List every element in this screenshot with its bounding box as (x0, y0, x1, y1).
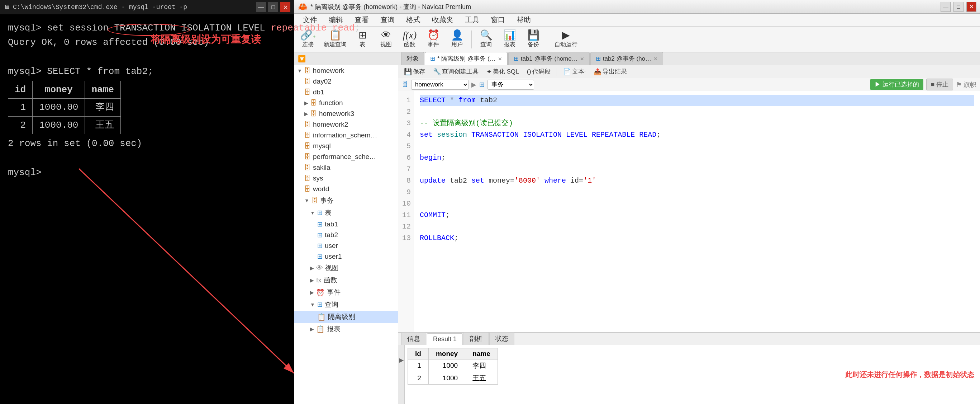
menu-window[interactable]: 窗口 (486, 14, 510, 26)
menu-favorites[interactable]: 收藏夹 (427, 14, 458, 26)
sidebar-item-query-folder[interactable]: ▼ ⊞ 查询 (294, 299, 398, 311)
sidebar-item-isolation[interactable]: 📋 隔离级别 (294, 311, 398, 323)
cmd-cell-id1: 1 (8, 99, 33, 116)
toolbar-backup-button[interactable]: 💾 备份 (523, 29, 544, 50)
tab-tab2-close[interactable]: ✕ (654, 56, 658, 62)
sidebar-item-homework2[interactable]: 🗄 homework2 (294, 119, 398, 130)
sidebar-item-perfschema[interactable]: 🗄 performance_sche… (294, 152, 398, 162)
navicat-restore-button[interactable]: □ (953, 2, 964, 12)
sidebar-label-viewfolder: 视图 (325, 263, 339, 273)
line-numbers: 1 2 3 4 5 6 7 8 9 10 11 12 13 (398, 91, 414, 332)
qtb-build-button[interactable]: 🔧 查询创建工具 (430, 66, 481, 77)
qtb-text-button[interactable]: 📄 文本· (560, 66, 589, 77)
result-annotation: 此时还未进行任何操作，数据是初始状态 (840, 345, 980, 404)
event-icon: ⏰ (427, 30, 440, 40)
toolbar-autorun-button[interactable]: ▶ 自动运行 (552, 29, 580, 50)
qtb-snippet-button[interactable]: () 代码段 (524, 66, 554, 77)
sidebar-item-function[interactable]: ▶ 🗄 function (294, 97, 398, 109)
tab-tab1-label: tab1 @事务 (home… (521, 54, 578, 63)
code-line-11: COMMIT; (420, 209, 974, 221)
menu-format[interactable]: 格式 (401, 14, 425, 26)
code-line-9 (420, 187, 974, 198)
sidebar-item-user[interactable]: ⊞ user (294, 240, 398, 251)
btab-status[interactable]: 状态 (489, 332, 514, 345)
toolbar-report-button[interactable]: 📊 报表 (499, 29, 520, 50)
cmd-cell-name1: 李四 (85, 99, 121, 116)
db-icon-mysql: 🗄 (304, 142, 311, 150)
toolbar-event-button[interactable]: ⏰ 事件 (423, 29, 444, 50)
navicat-window: 🦀 * 隔离级别 @事务 (homework) - 查询 - Navicat P… (294, 0, 980, 404)
tab-tab1-close[interactable]: ✕ (580, 56, 584, 62)
cmd-restore-button[interactable]: □ (268, 2, 278, 12)
sidebar-item-sys[interactable]: 🗄 sys (294, 173, 398, 184)
sidebar-item-homework3[interactable]: ▶ 🗄 homework3 (294, 109, 398, 119)
cmd-minimize-button[interactable]: — (256, 2, 266, 12)
schema-selector[interactable]: 事务 (487, 80, 534, 90)
result-col-name: name (465, 348, 498, 359)
sidebar-label-perf: performance_sche… (313, 153, 376, 161)
sidebar-item-shiwu[interactable]: ▼ 🗄 事务 (294, 195, 398, 207)
toolbar-autorun-label: 自动运行 (555, 41, 578, 48)
sidebar-item-infoschema[interactable]: 🗄 information_schem… (294, 130, 398, 141)
btab-info[interactable]: 信息 (401, 332, 426, 345)
navicat-close-button[interactable]: ✕ (966, 2, 977, 12)
sidebar-item-report-folder[interactable]: ▶ 📋 报表 (294, 323, 398, 335)
sidebar-item-world[interactable]: 🗄 world (294, 184, 398, 195)
sidebar-item-tab2[interactable]: ⊞ tab2 (294, 230, 398, 240)
cmd-cell-money1: 1000.00 (33, 99, 85, 116)
cmd-row-1: 1 1000.00 李四 (8, 99, 121, 116)
qtb-beautify-button[interactable]: ✦ 美化 SQL (484, 66, 522, 77)
sidebar-label-funcfolder: 函数 (324, 276, 337, 285)
db-icon: 🗄 (304, 67, 311, 75)
sidebar-label-homework: homework (313, 67, 344, 75)
expand-icon-report: ▶ (310, 326, 314, 332)
menu-query[interactable]: 查询 (375, 14, 400, 26)
db-icon-sakila: 🗄 (304, 164, 311, 171)
toolbar-connect-label: 连接 (302, 41, 313, 48)
tab-isolation-close[interactable]: ✕ (498, 56, 502, 62)
tab-isolation[interactable]: ⊞ * 隔离级别 @事务 (… ✕ (425, 53, 508, 65)
sidebar-item-db1[interactable]: 🗄 db1 (294, 87, 398, 97)
user-icon: 👤 (451, 30, 463, 40)
toolbar-user-button[interactable]: 👤 用户 (446, 29, 468, 50)
sidebar-label-user1: user1 (325, 252, 342, 260)
menu-help[interactable]: 帮助 (512, 14, 536, 26)
navicat-minimize-button[interactable]: — (940, 2, 951, 12)
stop-button[interactable]: ■ 停止 (926, 78, 953, 90)
qtb-save-button[interactable]: 💾 保存 (401, 66, 428, 77)
sidebar-item-mysql[interactable]: 🗄 mysql (294, 141, 398, 152)
toolbar-view-button[interactable]: 👁 视图 (375, 29, 397, 50)
db-icon-shiwu: 🗄 (312, 197, 318, 204)
sidebar-item-view-folder[interactable]: ▶ 👁 视图 (294, 262, 398, 274)
sidebar-item-sakila[interactable]: 🗄 sakila (294, 162, 398, 173)
btab-profile[interactable]: 剖析 (463, 332, 488, 345)
toolbar-query-button[interactable]: 🔍 查询 (475, 29, 497, 50)
db-selector-bar: 🗄 homework ▶ ⊞ 事务 ▶ 运行已选择的 ■ 停止 ⚑ 旗帜 (398, 78, 980, 91)
tab-tab2[interactable]: ⊞ tab2 @事务 (ho… ✕ (590, 53, 663, 65)
cmd-result-table: id money name 1 1000.00 李四 2 1000.00 王五 (8, 81, 121, 134)
code-line-7 (420, 164, 974, 175)
code-editor[interactable]: SELECT * from tab2 -- 设置隔离级别(读已提交) set s… (414, 91, 980, 332)
sidebar-item-day02[interactable]: 🗄 day02 (294, 76, 398, 87)
btab-result1[interactable]: Result 1 (427, 333, 463, 345)
cmd-close-button[interactable]: ✕ (280, 2, 290, 12)
qtb-export-button[interactable]: 📤 导出结果 (591, 66, 630, 77)
menu-tools[interactable]: 工具 (460, 14, 484, 26)
sidebar-item-tab1[interactable]: ⊞ tab1 (294, 219, 398, 230)
db-icon-day02: 🗄 (304, 78, 311, 85)
sidebar-item-func-folder[interactable]: ▶ fx 函数 (294, 274, 398, 286)
tab-isolation-icon: ⊞ (430, 55, 435, 62)
db-selector[interactable]: homework (411, 80, 468, 90)
sidebar-item-table-folder[interactable]: ▼ ⊞ 表 (294, 207, 398, 219)
qtb-text-label: 文本· (572, 67, 586, 76)
tab-object[interactable]: 对象 (401, 53, 424, 65)
run-button[interactable]: ▶ 运行已选择的 (870, 79, 923, 90)
sidebar-item-event-folder[interactable]: ▶ ⏰ 事件 (294, 286, 398, 299)
sidebar-label-hw2: homework2 (313, 121, 348, 128)
sidebar-item-user1[interactable]: ⊞ user1 (294, 251, 398, 262)
filter-icon: 🔽 (298, 55, 306, 63)
toolbar-function-button[interactable]: f(x) 函数 (399, 29, 420, 50)
sidebar-item-homework[interactable]: ▼ 🗄 homework (294, 65, 398, 76)
view-icon: 👁 (381, 30, 391, 40)
tab-tab1[interactable]: ⊞ tab1 @事务 (home… ✕ (508, 53, 590, 65)
